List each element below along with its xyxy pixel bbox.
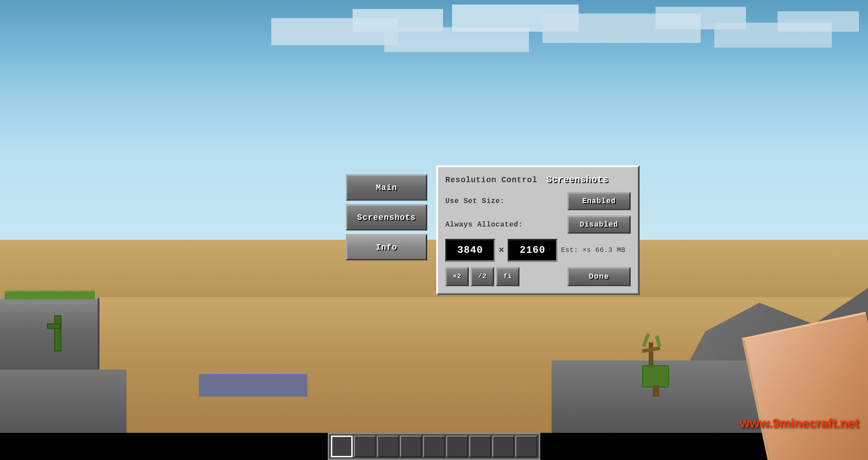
- reset-button[interactable]: fi: [496, 267, 519, 286]
- height-input[interactable]: [508, 239, 557, 261]
- hotbar: [328, 433, 540, 460]
- screenshots-button[interactable]: Screenshots: [346, 204, 427, 230]
- x2-button[interactable]: ×2: [445, 267, 469, 286]
- hotbar-slot-5[interactable]: [446, 436, 468, 457]
- use-set-size-row: Use Set Size: Enabled: [445, 192, 631, 210]
- action-buttons-left: ×2 /2 fi: [445, 267, 519, 286]
- cloud-8: [778, 11, 859, 32]
- width-input[interactable]: [445, 239, 495, 261]
- hotbar-slot-0[interactable]: [331, 436, 353, 457]
- cactus-left-arm: [47, 323, 61, 329]
- hotbar-slot-7[interactable]: [492, 436, 514, 457]
- sidebar: Main Screenshots Info: [346, 174, 427, 260]
- hotbar-slot-2[interactable]: [377, 436, 399, 457]
- use-set-size-label: Use Set Size:: [445, 197, 505, 205]
- div2-button[interactable]: /2: [471, 267, 494, 286]
- cactus-left: [54, 315, 61, 351]
- water: [199, 374, 307, 397]
- always-allocated-row: Always Allocated: Disabled: [445, 215, 631, 233]
- watermark: www.9minecraft.net: [740, 416, 859, 431]
- player-hand: [742, 312, 868, 460]
- always-allocated-toggle[interactable]: Disabled: [567, 215, 631, 233]
- terrain-left-base: [0, 370, 127, 433]
- main-button[interactable]: Main: [346, 174, 427, 200]
- info-button[interactable]: Info: [346, 234, 427, 260]
- dialog-panel: Resolution Control Screenshots Use Set S…: [436, 165, 640, 295]
- dialog-title-section: Screenshots: [546, 174, 609, 185]
- dialog-container: Main Screenshots Info Resolution Control…: [346, 165, 640, 295]
- hotbar-slot-8[interactable]: [515, 436, 537, 457]
- hotbar-slot-4[interactable]: [423, 436, 445, 457]
- dialog-title-main: Resolution Control: [445, 175, 537, 184]
- dialog-title-row: Resolution Control Screenshots: [445, 174, 631, 185]
- terrain-left-wall: [0, 297, 99, 379]
- action-row: ×2 /2 fi Done: [445, 267, 631, 286]
- done-button[interactable]: Done: [567, 267, 631, 286]
- shrub-right-trunk: [653, 385, 659, 397]
- resolution-row: × Est: ×s 66.3 MB: [445, 239, 631, 261]
- always-allocated-label: Always Allocated:: [445, 220, 523, 228]
- resolution-estimate: Est: ×s 66.3 MB: [561, 247, 631, 254]
- res-separator: ×: [499, 245, 504, 256]
- green-top-left: [5, 290, 95, 299]
- shrub-right: [642, 365, 669, 388]
- use-set-size-toggle[interactable]: Enabled: [567, 192, 631, 210]
- hotbar-slot-3[interactable]: [400, 436, 422, 457]
- hotbar-slot-6[interactable]: [469, 436, 491, 457]
- hotbar-slot-1[interactable]: [354, 436, 376, 457]
